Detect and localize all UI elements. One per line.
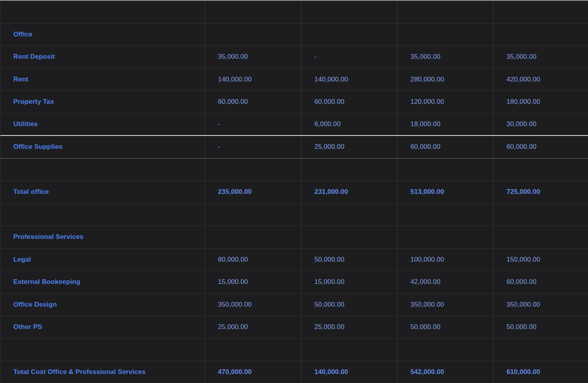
value-cell[interactable]: 350,000.00 [494,294,588,316]
value-cell[interactable]: 350,000.00 [397,294,494,316]
total-label-cell[interactable]: Total Cost Office & Professional Service… [0,361,205,383]
value-cell[interactable]: 140,000.00 [205,69,301,91]
value-cell[interactable]: 80,000.00 [205,249,301,271]
value-cell[interactable]: 25,000.00 [301,136,397,158]
total-value-cell[interactable]: 470,000.00 [205,361,301,383]
value-cell[interactable]: 100,000.00 [397,249,494,271]
label-cell[interactable] [0,204,205,226]
value-cell[interactable] [301,204,397,226]
value-cell[interactable]: 25,000.00 [301,316,397,338]
value-cell[interactable]: 60,000.00 [301,91,397,113]
label-cell[interactable]: Office Supplies [0,136,205,158]
value-cell[interactable]: 350,000.00 [205,294,301,316]
value-cell[interactable]: 140,000.00 [301,69,397,91]
value-cell[interactable]: 50,000.00 [397,316,494,338]
value-cell[interactable]: 60,000.00 [494,136,588,158]
value-cell[interactable] [205,226,301,248]
total-value-cell[interactable]: 542,000.00 [397,361,494,383]
value-cell[interactable]: 50,000.00 [301,249,397,271]
row-rent: Rent 140,000.00 140,000.00 280,000.00 42… [0,69,588,91]
value-cell[interactable] [301,226,397,248]
row-legal: Legal 80,000.00 50,000.00 100,000.00 150… [0,249,588,271]
total-value-cell[interactable]: 231,000.00 [301,181,397,203]
row-total-cost: Total Cost Office & Professional Service… [0,361,588,383]
total-label-cell[interactable]: Total office [0,181,205,203]
value-cell[interactable]: 15,000.00 [301,271,397,293]
value-cell[interactable]: 35,000.00 [205,46,301,68]
row-utilities: Utilities - 6,000.00 18,000.00 30,000.00 [0,114,588,136]
row-office-supplies: Office Supplies - 25,000.00 60,000.00 60… [0,136,588,159]
label-cell[interactable]: External Bookeeping [0,271,205,293]
value-cell[interactable]: 60,000.00 [397,136,494,158]
value-cell[interactable]: 420,000.00 [494,69,588,91]
value-cell[interactable] [397,204,494,226]
section-label-cell[interactable]: Professional Services [0,226,205,248]
value-cell[interactable] [397,226,494,248]
label-cell[interactable]: Rent Deposit [0,46,205,68]
value-cell[interactable] [205,339,301,361]
value-cell[interactable]: 60,000.00 [205,91,301,113]
total-value-cell[interactable]: 725,000.00 [494,181,588,203]
value-cell[interactable] [205,1,301,23]
empty-row [0,204,588,226]
row-total-office: Total office 235,000.00 231,000.00 513,0… [0,181,588,204]
value-cell[interactable]: 35,000.00 [397,46,494,68]
value-cell[interactable]: 30,000.00 [494,114,588,135]
value-cell[interactable] [205,159,301,181]
spreadsheet-table: Office Rent Deposit 35,000.00 - 35,000.0… [0,0,588,383]
value-cell[interactable] [494,1,588,23]
value-cell[interactable] [397,159,494,181]
label-cell[interactable] [0,339,205,361]
value-cell[interactable]: 180,000.00 [494,91,588,113]
section-label-cell[interactable]: Office [0,23,205,46]
value-cell[interactable] [494,339,588,361]
value-cell[interactable] [397,23,494,46]
value-cell[interactable]: - [301,46,397,68]
value-cell[interactable] [205,204,301,226]
value-cell[interactable] [301,159,397,181]
total-value-cell[interactable]: 235,000.00 [205,181,301,203]
value-cell[interactable]: 280,000.00 [397,69,494,91]
value-cell[interactable] [397,1,494,23]
value-cell[interactable]: 18,000.00 [397,114,494,135]
value-cell[interactable] [397,339,494,361]
value-cell[interactable] [205,23,301,46]
value-cell[interactable]: 42,000.00 [397,271,494,293]
row-external-bookeeping: External Bookeeping 15,000.00 15,000.00 … [0,271,588,294]
label-cell[interactable] [0,1,205,23]
empty-row [0,1,588,23]
empty-row [0,159,588,181]
value-cell[interactable]: 150,000.00 [494,249,588,271]
value-cell[interactable] [494,23,588,46]
value-cell[interactable]: 25,000.00 [205,316,301,338]
label-cell[interactable]: Office Design [0,294,205,316]
value-cell[interactable] [494,226,588,248]
label-cell[interactable]: Rent [0,69,205,91]
total-value-cell[interactable]: 140,000.00 [301,361,397,383]
value-cell[interactable] [301,339,397,361]
value-cell[interactable]: 35,000.00 [494,46,588,68]
value-cell[interactable]: 50,000.00 [301,294,397,316]
row-rent-deposit: Rent Deposit 35,000.00 - 35,000.00 35,00… [0,46,588,69]
row-office-design: Office Design 350,000.00 50,000.00 350,0… [0,294,588,316]
value-cell[interactable]: 60,000.00 [494,271,588,293]
value-cell[interactable]: 15,000.00 [205,271,301,293]
total-value-cell[interactable]: 513,000.00 [397,181,494,203]
label-cell[interactable]: Other PS [0,316,205,338]
value-cell[interactable]: 120,000.00 [397,91,494,113]
value-cell[interactable] [494,159,588,181]
label-cell[interactable]: Utilities [0,114,205,135]
total-value-cell[interactable]: 610,000.00 [494,361,588,383]
value-cell[interactable]: 6,000.00 [301,114,397,135]
value-cell[interactable]: - [205,136,301,158]
value-cell[interactable] [301,1,397,23]
label-cell[interactable] [0,159,205,181]
label-cell[interactable]: Legal [0,249,205,271]
label-cell[interactable]: Property Tax [0,91,205,113]
value-cell[interactable] [301,23,397,46]
row-property-tax: Property Tax 60,000.00 60,000.00 120,000… [0,91,588,114]
value-cell[interactable]: - [205,114,301,135]
value-cell[interactable]: 50,000.00 [494,316,588,338]
empty-row [0,339,588,361]
value-cell[interactable] [494,204,588,226]
